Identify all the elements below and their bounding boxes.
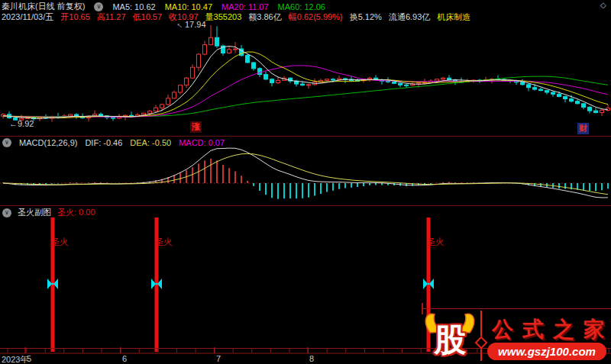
title-bar: 秦川机床(日线 前复权) ∨ MA5: 10.62MA10: 10.47MA20…	[2, 1, 325, 12]
shenghuo-signal-label: 圣火	[426, 236, 445, 249]
ma-label-0: MA5: 10.62	[112, 2, 155, 11]
watermark-toptick	[422, 303, 423, 314]
corner-diamond-icon[interactable]: ◇	[600, 1, 606, 9]
axis-year-label: 2023年	[2, 354, 28, 364]
watermark-gu-char: 股	[434, 319, 466, 362]
low-price-label: ←9.92	[9, 119, 34, 128]
macd-dea-value: DEA: -0.50	[130, 138, 171, 147]
quote-field-5: 量355203	[205, 11, 242, 23]
chart-canvas	[0, 0, 611, 364]
quote-field-10: 机床制造	[437, 11, 470, 23]
stock-title: 秦川机床(日线 前复权)	[2, 1, 85, 12]
shenghuo-value: 圣火: 0.00	[57, 207, 95, 218]
badge-cai[interactable]: 财	[577, 123, 589, 134]
stock-app-window: 秦川机床(日线 前复权) ∨ MA5: 10.62MA10: 10.47MA20…	[0, 0, 611, 364]
shenghuo-signal-label: 圣火	[154, 236, 173, 249]
macd-header: ∨ MACD(12,26,9) DIF: -0.46 DEA: -0.50 MA…	[2, 138, 225, 147]
arrow-left-icon: ←	[9, 119, 18, 128]
quote-field-9: 流通6.93亿	[389, 11, 430, 23]
quote-field-8: 换5.12%	[350, 11, 382, 23]
ma-values: MA5: 10.62MA10: 10.47MA20: 11.07MA60: 12…	[112, 2, 325, 11]
macd-hist-value: MACD: 0.07	[179, 138, 225, 147]
quote-field-0: 2023/11/03/五	[2, 11, 53, 23]
macd-title: MACD(12,26,9)	[19, 138, 77, 147]
quote-field-7: 幅0.62(5.99%)	[289, 11, 343, 23]
watermark-topline	[422, 308, 611, 309]
peak-price-label: ←17.94	[176, 20, 206, 29]
axis-month-label: 8	[309, 354, 314, 363]
axis-month-label: 7	[216, 354, 221, 363]
shenghuo-title: 圣火副图	[18, 207, 51, 218]
watermark-diamond-icon	[475, 337, 488, 350]
quote-info-bar: 2023/11/03/五开10.65高11.27低10.57收10.97量355…	[2, 11, 470, 23]
quote-field-2: 高11.27	[97, 11, 126, 23]
axis-month-label: 5	[27, 354, 31, 363]
collapse-main-icon[interactable]: ∨	[94, 2, 103, 11]
watermark-url[interactable]: www.gszj100.com	[487, 343, 606, 360]
badge-zhang[interactable]: 涨	[190, 121, 202, 133]
quote-field-6: 额3.86亿	[248, 11, 281, 23]
macd-dif-value: DIF: -0.46	[85, 138, 122, 147]
collapse-shenghuo-icon[interactable]: ∨	[2, 208, 11, 217]
shenghuo-header: ∨ 圣火副图 圣火: 0.00	[2, 207, 95, 218]
collapse-macd-icon[interactable]: ∨	[2, 138, 11, 147]
ma-label-2: MA20: 11.07	[221, 2, 269, 11]
ma-label-1: MA10: 10.47	[165, 2, 212, 11]
axis-month-label: 6	[122, 354, 127, 363]
quote-field-3: 低10.57	[133, 11, 163, 23]
quote-field-1: 开10.65	[60, 11, 90, 23]
watermark-site-name: 公式之家	[492, 315, 611, 344]
ma-label-3: MA60: 12.06	[278, 2, 325, 11]
watermark-logo: 股	[425, 310, 475, 359]
shenghuo-signal-label: 圣火	[50, 236, 69, 249]
